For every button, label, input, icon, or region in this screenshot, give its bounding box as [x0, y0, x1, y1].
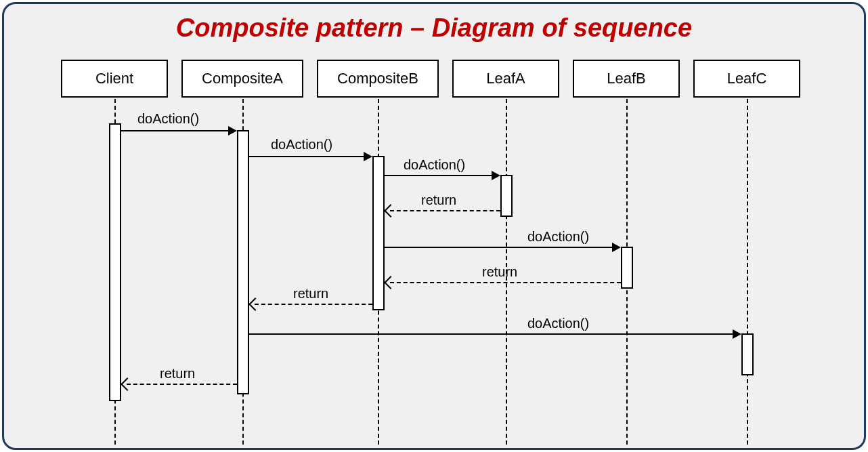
arrow-line-dashed [127, 384, 237, 385]
lifeline-leafC [747, 99, 748, 445]
participant-label: CompositeA [202, 70, 283, 87]
participant-label: LeafC [727, 70, 767, 87]
participant-label: LeafA [486, 70, 525, 87]
participant-leafC: LeafC [693, 60, 800, 98]
arrow-line [385, 247, 613, 248]
participant-compositeB: CompositeB [317, 60, 439, 98]
participant-label: Client [95, 70, 133, 87]
arrow-line-dashed [255, 304, 372, 305]
activation-client [109, 123, 121, 401]
arrow-head-icon [364, 152, 372, 161]
participant-leafA: LeafA [452, 60, 559, 98]
diagram-frame: Composite pattern – Diagram of sequence … [2, 2, 866, 450]
arrow-head-icon [492, 171, 500, 180]
activation-leafB [621, 247, 633, 289]
activation-compositeA [237, 130, 249, 394]
msg-label: doAction() [527, 229, 589, 245]
participant-label: CompositeB [337, 70, 418, 87]
arrow-line [249, 333, 734, 335]
arrow-line [249, 156, 364, 157]
participant-label: LeafB [607, 70, 646, 87]
arrow-line [121, 130, 230, 131]
arrow-head-icon [248, 297, 262, 311]
activation-leafC [741, 333, 754, 375]
msg-label: doAction() [271, 137, 332, 152]
diagram-title: Composite pattern – Diagram of sequence [4, 4, 864, 49]
participant-compositeA: CompositeA [181, 60, 303, 98]
arrow-head-icon [612, 243, 621, 252]
arrow-head-icon [384, 276, 397, 289]
arrow-head-icon [733, 329, 741, 339]
arrow-head-icon [121, 377, 134, 391]
msg-label: doAction() [527, 316, 589, 331]
arrow-line-dashed [390, 282, 621, 283]
sequence-diagram: Client CompositeA CompositeB LeafA LeafB… [4, 56, 864, 449]
participant-leafB: LeafB [573, 60, 680, 98]
arrow-head-icon [228, 126, 237, 136]
participant-client: Client [61, 60, 168, 98]
arrow-line [385, 175, 493, 176]
activation-compositeB [372, 156, 385, 310]
activation-leafA [500, 175, 513, 217]
msg-label: return [160, 366, 195, 382]
msg-label: doAction() [404, 157, 465, 173]
msg-label: return [293, 286, 328, 302]
msg-label: return [421, 192, 456, 208]
msg-label: doAction() [137, 111, 199, 127]
arrow-line-dashed [390, 210, 500, 211]
arrow-head-icon [384, 204, 397, 218]
msg-label: return [482, 264, 517, 280]
